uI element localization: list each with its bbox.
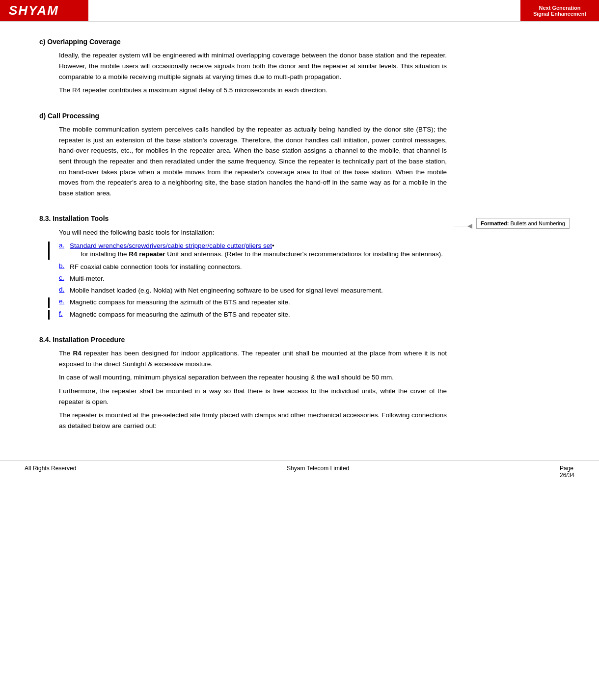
header-spacer xyxy=(88,0,520,21)
callout-box: Formatted: Bullets and Numbering xyxy=(476,218,570,229)
callout-container: Formatted: Bullets and Numbering xyxy=(476,218,574,229)
section-d-body: The mobile communication system perceive… xyxy=(59,124,447,198)
tools-label-b: b. xyxy=(59,262,68,269)
section-c-body: Ideally, the repeater system will be eng… xyxy=(59,50,447,95)
section-84-body: The R4 repeater has been designed for in… xyxy=(59,348,447,431)
tools-label-e: e. xyxy=(59,297,68,305)
section-83-heading: 8.3. Installation Tools xyxy=(39,213,447,224)
footer-left: All Rights Reserved xyxy=(25,465,76,479)
section-d-heading: d) Call Processing xyxy=(39,110,447,121)
tools-text-a: Standard wrenches/screwdrivers/cable str… xyxy=(70,242,447,259)
section-c-para1: Ideally, the repeater system will be eng… xyxy=(59,50,447,82)
footer-right: Page 26/34 xyxy=(560,465,574,479)
tools-item-e-row: e. Magnetic compass for measuring the az… xyxy=(59,297,447,307)
logo-container: SHYAM xyxy=(0,0,88,21)
footer-page-label: Page xyxy=(560,465,573,472)
header-title-line1: Next Generation xyxy=(539,5,581,11)
tools-item-d: d. Mobile handset loaded (e.g. Nokia) wi… xyxy=(59,286,447,296)
callout-text: Bullets and Numbering xyxy=(511,220,565,226)
section-c: c) Overlapping Coverage Ideally, the rep… xyxy=(39,36,447,96)
document-content: c) Overlapping Coverage Ideally, the rep… xyxy=(0,22,471,456)
tools-text-d: Mobile handset loaded (e.g. Nokia) with … xyxy=(70,286,447,296)
tools-item-b: b. RF coaxial cable connection tools for… xyxy=(59,262,447,272)
section-84: 8.4. Installation Procedure The R4 repea… xyxy=(39,334,447,431)
section-d-para: The mobile communication system perceive… xyxy=(59,124,447,198)
section-84-para3: Furthermore, the repeater shall be mount… xyxy=(59,386,447,407)
footer-center: Shyam Telecom Limited xyxy=(287,465,349,479)
tools-item-a: a. Standard wrenches/screwdrivers/cable … xyxy=(59,242,447,259)
tools-text-c: Multi-meter. xyxy=(70,274,447,284)
callout-arrow-icon xyxy=(467,224,472,229)
callout-label: Formatted: xyxy=(481,220,509,226)
tools-item-f: f. Magnetic compass for measuring the az… xyxy=(59,310,447,320)
tools-item-c: c. Multi-meter. xyxy=(59,274,447,284)
tools-text-e: Magnetic compass for measuring the azimu… xyxy=(70,297,447,307)
tools-item-b-row: b. RF coaxial cable connection tools for… xyxy=(59,262,447,272)
s84-after: repeater has been designed for indoor ap… xyxy=(59,350,447,368)
r4-bold: R4 xyxy=(73,350,81,357)
tools-item-f-row: f. Magnetic compass for measuring the az… xyxy=(59,310,447,320)
tools-list: a. Standard wrenches/screwdrivers/cable … xyxy=(59,242,447,320)
bar-indicator-a xyxy=(48,242,50,259)
tools-item-e: e. Magnetic compass for measuring the az… xyxy=(59,297,447,307)
tools-item-d-row: d. Mobile handset loaded (e.g. Nokia) wi… xyxy=(59,286,447,296)
tools-text-f: Magnetic compass for measuring the azimu… xyxy=(70,310,447,320)
section-c-heading: c) Overlapping Coverage xyxy=(39,36,447,47)
main-content: c) Overlapping Coverage Ideally, the rep… xyxy=(0,22,599,456)
tools-item-c-row: c. Multi-meter. xyxy=(59,274,447,284)
tools-label-d: d. xyxy=(59,286,68,293)
section-84-heading: 8.4. Installation Procedure xyxy=(39,334,447,345)
tools-label-f: f. xyxy=(59,310,68,317)
section-c-para2: The R4 repeater contributes a maximum si… xyxy=(59,85,447,96)
callout-line xyxy=(454,226,468,226)
page-footer: All Rights Reserved Shyam Telecom Limite… xyxy=(0,460,599,483)
bar-indicator-e xyxy=(48,297,50,307)
tools-text-b: RF coaxial cable connection tools for in… xyxy=(70,262,447,272)
header-title-block: Next Generation Signal Enhancement xyxy=(520,0,599,21)
company-logo: SHYAM xyxy=(9,3,59,18)
section-84-para2: In case of wall mounting, minimum physic… xyxy=(59,372,447,383)
tools-item-a-row: a. Standard wrenches/screwdrivers/cable … xyxy=(59,242,447,259)
section-d: d) Call Processing The mobile communicat… xyxy=(39,110,447,199)
section-83: 8.3. Installation Tools You will need th… xyxy=(39,213,447,319)
section-84-para4: The repeater is mounted at the pre-selec… xyxy=(59,410,447,431)
tools-label-c: c. xyxy=(59,274,68,281)
s84-before: The xyxy=(59,350,73,357)
section-84-para1: The R4 repeater has been designed for in… xyxy=(59,348,447,369)
bar-indicator-f xyxy=(48,310,50,320)
sidebar-right: Formatted: Bullets and Numbering xyxy=(471,22,579,456)
r4-repeater-bold: R4 repeater xyxy=(129,250,165,258)
section-83-intro: You will need the following basic tools … xyxy=(59,227,447,238)
tools-label-a: a. xyxy=(59,242,68,249)
page-header: SHYAM Next Generation Signal Enhancement xyxy=(0,0,599,22)
footer-page-number: 26/34 xyxy=(560,472,574,479)
header-title-line2: Signal Enhancement xyxy=(533,11,586,17)
